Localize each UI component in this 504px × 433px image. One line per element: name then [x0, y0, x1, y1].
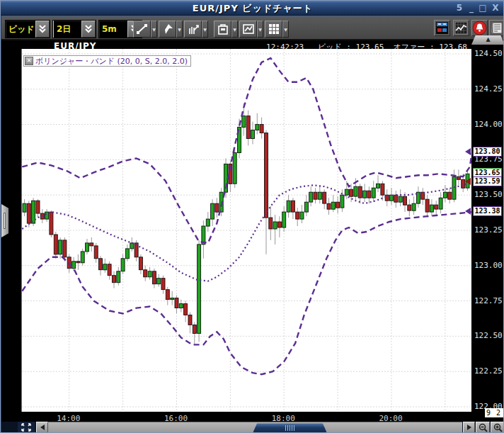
- sidebar-handle[interactable]: [1, 204, 8, 237]
- price-side-value: ビッド: [6, 21, 35, 38]
- scroll-left-button[interactable]: [36, 422, 48, 433]
- scrollbar-row: [1, 422, 504, 433]
- arrow-right-icon: [467, 424, 471, 430]
- price-axis-label: 124.50: [474, 49, 503, 58]
- hand-draw-menu-arrow[interactable]: ▼: [202, 21, 208, 38]
- scroll-right-button[interactable]: [463, 422, 475, 433]
- line-draw-menu-arrow[interactable]: ▼: [151, 21, 157, 38]
- maximize-button[interactable]: □: [477, 1, 488, 14]
- line-draw-icon: [136, 23, 149, 35]
- candlestick-chart[interactable]: [22, 49, 472, 412]
- chart-view-button[interactable]: [453, 20, 469, 36]
- price-axis-label: 122.75: [474, 296, 503, 305]
- zoom-out-icon: [479, 423, 488, 432]
- scrollbar-track[interactable]: [48, 422, 462, 433]
- clipboard-icon: [217, 23, 229, 35]
- price-axis-label: 123.00: [474, 261, 503, 270]
- zoom-out-button[interactable]: [476, 422, 490, 433]
- line-draw-button[interactable]: [133, 21, 151, 38]
- quote-panel-icon: [435, 21, 449, 35]
- price-tag: 123.59: [473, 176, 502, 186]
- pin-button[interactable]: [159, 21, 176, 38]
- hand-draw-icon: [187, 23, 200, 35]
- price-axis-label: 122.25: [474, 366, 503, 376]
- titlebar[interactable]: EUR/JPY ビッドチャート 5 _ □ X: [1, 1, 504, 16]
- close-icon[interactable]: ✕: [25, 57, 33, 65]
- snapshot-menu-arrow[interactable]: ▼: [257, 21, 263, 38]
- pin-menu-arrow[interactable]: ▼: [176, 21, 183, 38]
- price-arrow-icon: [465, 148, 471, 155]
- price-tag: 123.80: [473, 147, 502, 157]
- window-frame: [1, 16, 1, 433]
- price-arrow-icon: [465, 178, 471, 185]
- close-button[interactable]: X: [490, 1, 501, 14]
- chevron-down-icon[interactable]: [81, 21, 96, 38]
- chart-panel: EUR/JPY 12:42:23 ビッド : 123.65 オファー : 123…: [1, 40, 504, 422]
- period-combo[interactable]: 2日: [52, 20, 96, 38]
- alert-bell-icon: [472, 21, 487, 35]
- chart-window: EUR/JPY ビッドチャート 5 _ □ X ビッド 2日 5m: [0, 0, 504, 433]
- toolbar: ビッド 2日 5m ▼ ▼ ▼: [1, 16, 504, 40]
- fit-chart-button[interactable]: [18, 422, 35, 433]
- pin-window-button[interactable]: 5: [454, 1, 465, 14]
- hand-draw-button[interactable]: [184, 21, 202, 38]
- expand-arrows-icon: [21, 422, 32, 432]
- zoom-in-icon: [493, 423, 503, 432]
- scrollbar-thumb[interactable]: [253, 423, 327, 433]
- window-title: EUR/JPY ビッドチャート: [1, 2, 504, 15]
- minimize-button[interactable]: _: [466, 1, 477, 14]
- bollinger-label-box: ✕ ボリンジャー・バンド (20, 0, S, 2.0, 2.0): [23, 55, 191, 67]
- snapshot-button[interactable]: [239, 21, 257, 38]
- arrow-left-icon: [40, 424, 45, 430]
- grid-icon: [268, 23, 280, 35]
- price-axis-label: 123.50: [474, 190, 503, 199]
- news-button[interactable]: [489, 20, 504, 36]
- price-axis-label: 123.25: [474, 225, 503, 235]
- quote-panel-button[interactable]: [434, 20, 450, 36]
- price-side-combo[interactable]: ビッド: [5, 20, 50, 38]
- zoom-in-button[interactable]: [491, 422, 504, 433]
- period-value: 2日: [53, 21, 81, 38]
- news-icon: [491, 21, 504, 35]
- grid-menu-arrow[interactable]: ▼: [282, 21, 289, 38]
- chart-view-icon: [454, 21, 468, 35]
- price-axis-label: 122.50: [474, 331, 503, 340]
- interval-value: 5m: [99, 21, 127, 38]
- handle-grip: [4, 213, 6, 229]
- price-arrow-icon: [465, 208, 471, 215]
- chevron-up-icon: ▲: [486, 36, 490, 43]
- clipboard-button[interactable]: [214, 21, 231, 38]
- pin-icon: [161, 23, 174, 35]
- price-tag: 123.38: [473, 206, 502, 216]
- bollinger-label: ボリンジャー・バンド (20, 0, S, 2.0, 2.0): [35, 56, 188, 67]
- collapse-panel-button[interactable]: ▲: [471, 35, 504, 45]
- date-box: 9 2 2: [485, 408, 504, 417]
- alert-button[interactable]: [471, 20, 488, 36]
- snapshot-icon: [242, 23, 255, 35]
- chart-plot[interactable]: ✕ ボリンジャー・バンド (20, 0, S, 2.0, 2.0): [21, 49, 471, 412]
- price-axis-label: 124.00: [474, 120, 503, 129]
- chevron-down-icon[interactable]: [35, 21, 50, 38]
- grid-button[interactable]: [265, 21, 282, 38]
- clipboard-menu-arrow[interactable]: ▼: [231, 21, 238, 38]
- price-axis-label: 124.25: [474, 84, 503, 94]
